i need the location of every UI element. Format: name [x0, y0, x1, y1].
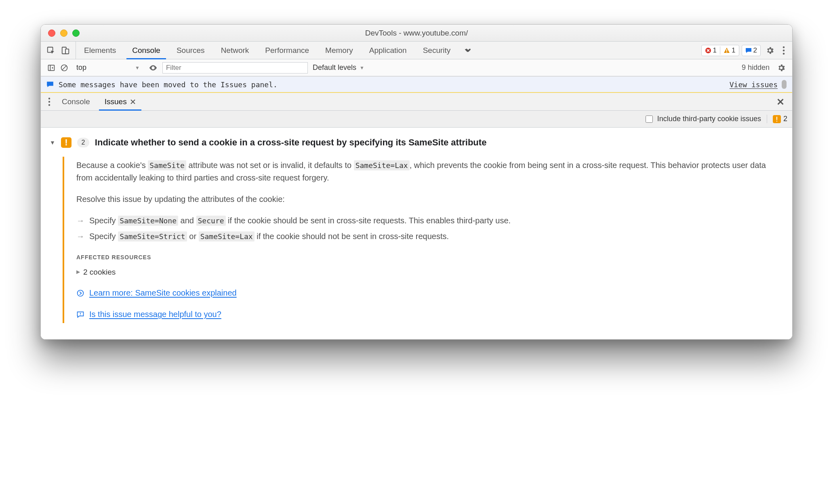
tab-elements[interactable]: Elements [76, 42, 124, 59]
issue-bullet: → Specify SameSite=None and Secure if th… [76, 214, 778, 227]
code-samesite-none: SameSite=None [118, 216, 178, 226]
drawer-close-button[interactable] [772, 93, 789, 110]
clear-console-icon[interactable] [60, 64, 68, 72]
issues-panel: ▼ ! 2 Indicate whether to send a cookie … [41, 128, 792, 339]
tab-memory[interactable]: Memory [317, 42, 361, 59]
status-counters[interactable]: 1 1 [701, 45, 739, 56]
svg-point-6 [783, 46, 785, 48]
issue-severity-icon: ! [61, 137, 72, 148]
issue-header[interactable]: ▼ ! 2 Indicate whether to send a cookie … [50, 137, 783, 148]
svg-point-19 [78, 290, 84, 296]
message-icon [745, 47, 752, 54]
dropdown-caret-icon: ▼ [135, 65, 140, 71]
window-traffic-lights [48, 29, 80, 37]
affected-resources-row[interactable]: ▶ 2 cookies [76, 266, 778, 278]
issue-bullet: → Specify SameSite=Strict or SameSite=La… [76, 230, 778, 243]
tab-network[interactable]: Network [213, 42, 257, 59]
svg-rect-2 [65, 49, 69, 54]
main-tabs: Elements Console Sources Network Perform… [76, 42, 459, 59]
issues-options-bar: Include third-party cookie issues 2 [41, 111, 792, 128]
svg-rect-18 [776, 121, 777, 122]
more-menu-icon[interactable] [779, 46, 788, 55]
feedback-icon [76, 311, 84, 319]
affected-resources-text: 2 cookies [83, 266, 116, 278]
issue-occurrence-count: 2 [77, 138, 89, 147]
drawer-tab-label: Issues [105, 97, 127, 106]
execution-context-selector[interactable]: top ▼ [76, 63, 144, 72]
banner-text: Some messages have been moved to the Iss… [59, 80, 278, 89]
live-expression-icon[interactable] [149, 63, 158, 72]
warning-icon [724, 47, 730, 54]
disclosure-caret-icon: ▶ [76, 268, 80, 276]
code-samesite: SameSite [148, 160, 186, 170]
view-issues-link[interactable]: View issues [730, 80, 778, 89]
issues-banner: Some messages have been moved to the Iss… [41, 76, 792, 93]
dropdown-caret-icon: ▼ [360, 65, 364, 71]
log-levels-label: Default levels [313, 63, 356, 72]
svg-rect-17 [776, 117, 777, 120]
issue-detail: Because a cookie's SameSite attribute wa… [63, 157, 783, 323]
external-link-icon [76, 289, 84, 297]
svg-point-13 [48, 97, 50, 99]
window-zoom-button[interactable] [72, 29, 80, 37]
checkbox-input[interactable] [646, 116, 653, 123]
inspect-element-icon[interactable] [46, 46, 55, 55]
window-close-button[interactable] [48, 29, 55, 37]
window-titlebar: DevTools - www.youtube.com/ [41, 25, 792, 42]
code-samesite-strict: SameSite=Strict [118, 231, 187, 242]
hidden-count[interactable]: 9 hidden [742, 63, 770, 72]
settings-gear-icon[interactable] [763, 46, 777, 55]
message-icon [46, 81, 54, 88]
svg-point-14 [48, 101, 50, 102]
svg-point-8 [783, 52, 785, 55]
tab-application[interactable]: Application [361, 42, 415, 59]
close-tab-icon[interactable] [130, 99, 136, 105]
tab-sources[interactable]: Sources [168, 42, 213, 59]
console-toolbar: top ▼ Default levels ▼ 9 hidden [41, 59, 792, 76]
device-toggle-icon[interactable] [61, 46, 70, 55]
code-samesite-lax: SameSite=Lax [199, 231, 255, 242]
checkbox-label: Include third-party cookie issues [657, 115, 761, 123]
disclosure-caret-icon: ▼ [50, 139, 55, 146]
filter-input[interactable] [162, 62, 308, 74]
svg-point-15 [48, 104, 50, 105]
drawer-more-icon[interactable] [44, 93, 55, 110]
learn-more-row: Learn more: SameSite cookies explained [76, 287, 778, 299]
error-count: 1 [713, 46, 717, 55]
log-levels-selector[interactable]: Default levels ▼ [313, 63, 364, 72]
code-samesite-lax: SameSite=Lax [354, 160, 410, 170]
window-minimize-button[interactable] [60, 29, 67, 37]
tab-security[interactable]: Security [415, 42, 459, 59]
bullet-arrow-icon: → [76, 230, 84, 243]
svg-line-12 [62, 66, 66, 70]
messages-counter[interactable]: 2 [742, 45, 761, 56]
tab-console[interactable]: Console [124, 42, 168, 59]
code-secure: Secure [196, 216, 226, 226]
svg-rect-4 [726, 49, 727, 51]
more-tabs-button[interactable] [459, 42, 477, 59]
main-toolbar: Elements Console Sources Network Perform… [41, 42, 792, 59]
feedback-link[interactable]: Is this issue message helpful to you? [89, 308, 221, 321]
affected-resources-label: AFFECTED RESOURCES [76, 253, 778, 262]
warning-count: 1 [732, 46, 735, 55]
console-settings-gear-icon[interactable] [774, 63, 788, 72]
third-party-cookie-checkbox[interactable]: Include third-party cookie issues [644, 114, 761, 124]
console-sidebar-toggle-icon[interactable] [47, 64, 55, 72]
drawer-tab-issues[interactable]: Issues [97, 93, 143, 110]
total-issues-count: 2 [783, 115, 787, 123]
learn-more-link[interactable]: Learn more: SameSite cookies explained [89, 287, 237, 299]
scrollbar-thumb[interactable] [782, 80, 787, 89]
drawer-tab-console[interactable]: Console [55, 93, 97, 110]
svg-point-21 [80, 315, 80, 315]
bullet-arrow-icon: → [76, 214, 84, 227]
svg-rect-9 [48, 65, 55, 70]
devtools-window: DevTools - www.youtube.com/ Elements Con… [40, 24, 793, 340]
issue-paragraph: Resolve this issue by updating the attri… [76, 193, 778, 206]
issue-warning-icon [773, 115, 781, 123]
issue-paragraph: Because a cookie's SameSite attribute wa… [76, 159, 778, 184]
execution-context-label: top [76, 63, 86, 72]
issue-title: Indicate whether to send a cookie in a c… [95, 137, 487, 148]
tab-performance[interactable]: Performance [257, 42, 317, 59]
drawer-tabs: Console Issues [41, 93, 792, 111]
error-icon [705, 47, 711, 54]
